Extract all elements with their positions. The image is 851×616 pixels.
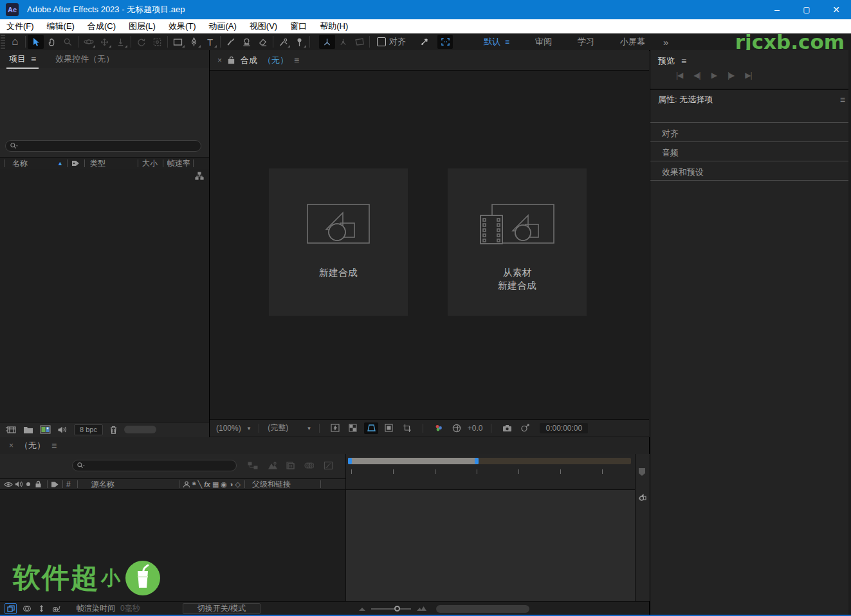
render-speed-snail-icon[interactable]	[51, 605, 61, 613]
workspace-overflow-button[interactable]: »	[663, 37, 668, 48]
project-item-list[interactable]	[0, 169, 209, 422]
collapse-transformations-icon[interactable]: *	[192, 479, 196, 490]
maximize-button[interactable]: ▢	[792, 0, 821, 19]
workspace-tab-default[interactable]: 默认≡	[484, 36, 509, 48]
composition-mini-flowchart-icon[interactable]	[248, 461, 258, 470]
in-out-columns-icon[interactable]	[37, 604, 46, 613]
orbit-camera-tool[interactable]	[80, 35, 96, 49]
mask-visibility-button[interactable]	[364, 422, 378, 434]
draft-3d-icon[interactable]	[268, 461, 278, 470]
next-frame-button[interactable]: |▶	[727, 71, 734, 80]
first-frame-button[interactable]: |◀	[676, 71, 682, 80]
menu-edit[interactable]: 编辑(E)	[41, 21, 81, 32]
timeline-search-input[interactable]	[72, 460, 237, 471]
trash-icon[interactable]	[109, 425, 118, 435]
interpret-footage-icon[interactable]	[5, 425, 17, 434]
snapshot-button[interactable]	[500, 422, 514, 434]
properties-title[interactable]: 属性: 无选择项	[658, 94, 713, 105]
menu-file[interactable]: 文件(F)	[0, 21, 41, 32]
project-search-input[interactable]	[5, 140, 201, 152]
crop-region-button[interactable]	[400, 422, 414, 434]
play-button[interactable]: ▶	[711, 71, 717, 80]
unlock-icon[interactable]	[228, 56, 235, 64]
menu-window[interactable]: 窗口	[284, 21, 313, 32]
snapping-options-button[interactable]	[437, 35, 453, 49]
audio-icon[interactable]	[15, 480, 23, 488]
panel-tab-align[interactable]: 对齐	[662, 127, 851, 141]
timecode-display[interactable]: 0:00:00:00	[540, 423, 588, 433]
quality-icon[interactable]: ╲	[198, 480, 203, 489]
workspace-menu-icon[interactable]: ≡	[505, 37, 509, 46]
toolbar-grip[interactable]	[1, 35, 5, 49]
view-axis-mode-button[interactable]	[351, 35, 367, 49]
timeline-tab-close-icon[interactable]: ×	[9, 441, 14, 450]
close-button[interactable]: ✕	[821, 0, 851, 19]
preview-menu-icon[interactable]: ≡	[681, 56, 686, 66]
fast-previews-button[interactable]	[328, 422, 342, 434]
channel-select-button[interactable]	[432, 422, 446, 434]
comp-marker-bin-icon[interactable]	[637, 467, 647, 477]
label-tag-icon[interactable]	[51, 481, 59, 488]
workspace-tab-learn[interactable]: 学习	[578, 36, 594, 48]
unified-camera-tool[interactable]	[149, 35, 165, 49]
frame-blending-icon[interactable]	[286, 461, 295, 470]
adjustment-layer-icon[interactable]: ◑	[229, 480, 233, 488]
lock-icon[interactable]	[35, 480, 42, 488]
rectangle-tool[interactable]	[170, 35, 186, 49]
local-axis-mode-button[interactable]	[319, 35, 335, 49]
home-button[interactable]: ⌂	[7, 35, 23, 49]
parent-link-column[interactable]: 父级和链接	[252, 479, 291, 490]
new-composition-card[interactable]: 新建合成	[269, 168, 408, 316]
snap-checkbox[interactable]	[377, 37, 386, 46]
motion-blur-icon[interactable]	[304, 461, 314, 470]
label-tag-icon[interactable]	[71, 159, 80, 167]
frame-blend-icon[interactable]: ▦	[212, 480, 219, 489]
track-area[interactable]	[345, 490, 636, 601]
rotation-tool[interactable]	[133, 35, 149, 49]
last-frame-button[interactable]: ▶|	[745, 71, 751, 80]
properties-menu-icon[interactable]: ≡	[840, 95, 845, 105]
puppet-pin-tool[interactable]	[291, 35, 307, 49]
work-area-track[interactable]	[348, 458, 631, 464]
panel-tab-effects-presets[interactable]: 效果和预设	[662, 165, 851, 179]
column-name[interactable]: 名称	[12, 158, 28, 169]
new-folder-icon[interactable]	[23, 426, 33, 434]
shy-icon[interactable]	[183, 481, 190, 488]
panel-tab-audio[interactable]: 音频	[662, 146, 851, 160]
clone-stamp-tool[interactable]	[239, 35, 255, 49]
blend-mode-icon[interactable]	[23, 604, 32, 613]
three-d-layer-icon[interactable]: ◇	[235, 480, 241, 489]
zoom-in-mountains-icon[interactable]	[416, 606, 427, 611]
dolly-camera-tool[interactable]	[113, 35, 129, 49]
menu-effect[interactable]: 效果(T)	[162, 21, 203, 32]
zoom-out-mountain-icon[interactable]	[358, 606, 366, 611]
comp-button-icon[interactable]	[637, 493, 647, 502]
hand-tool[interactable]	[44, 35, 60, 49]
timeline-panel-menu-icon[interactable]: ≡	[51, 440, 57, 451]
effects-fx-icon[interactable]: fx	[204, 480, 210, 488]
solo-icon[interactable]	[26, 482, 31, 487]
composition-tab-label[interactable]: 合成	[241, 55, 257, 66]
composition-panel-menu-icon[interactable]: ≡	[294, 55, 299, 66]
work-area-bar[interactable]	[348, 458, 479, 464]
menu-view[interactable]: 视图(V)	[243, 21, 284, 32]
time-ruler[interactable]	[345, 454, 635, 490]
previous-frame-button[interactable]: ◀|	[693, 71, 700, 80]
layer-number-column[interactable]: #	[66, 480, 71, 489]
motion-blur-column-icon[interactable]: ◉	[221, 480, 227, 489]
work-area-end-handle[interactable]	[475, 458, 479, 464]
column-type[interactable]: 类型	[90, 158, 105, 169]
roto-brush-tool[interactable]	[275, 35, 291, 49]
zoom-tool[interactable]	[60, 35, 76, 49]
workspace-tab-small-screen[interactable]: 小屏幕	[620, 36, 645, 48]
source-name-column[interactable]: 源名称	[91, 479, 114, 490]
type-tool[interactable]: T	[202, 35, 218, 49]
column-framerate[interactable]: 帧速率	[167, 158, 190, 169]
exposure-reset-button[interactable]	[450, 422, 464, 434]
preview-title[interactable]: 预览	[658, 55, 675, 67]
selection-tool[interactable]	[28, 35, 44, 49]
project-footer-scrollbar[interactable]	[124, 426, 156, 433]
sort-ascending-icon[interactable]: ▲	[57, 160, 63, 167]
tab-project[interactable]: 项目 ≡	[6, 50, 39, 69]
pen-tool[interactable]	[186, 35, 202, 49]
